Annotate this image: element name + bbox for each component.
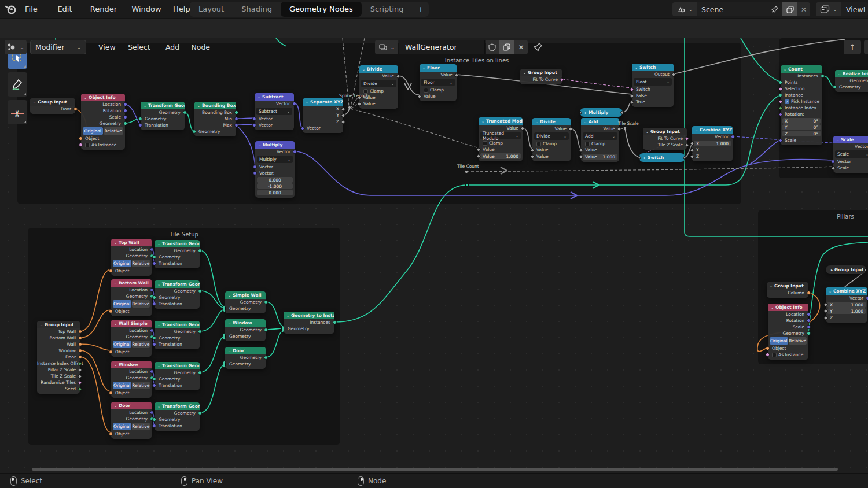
node-div-1[interactable]: ⌄DivideValueDivide⌄ClampValueValue (359, 65, 398, 109)
toggle-relative[interactable]: Relative (104, 127, 124, 135)
input-socket[interactable] (833, 85, 837, 89)
node-header[interactable]: ⌄Bounding Box (194, 102, 236, 109)
toggle-original[interactable]: Original (113, 423, 131, 430)
output-socket[interactable] (821, 74, 825, 78)
node-row-pick-instance[interactable]: ✓Pick Instance (781, 98, 822, 105)
node-row-float[interactable]: Float⌄ (634, 78, 672, 86)
node-gi-pill-p[interactable]: ▸Group Input (826, 265, 866, 274)
output-socket[interactable] (73, 107, 78, 111)
output-socket[interactable] (78, 342, 82, 346)
view-layer-name-field[interactable]: ViewL (841, 2, 868, 16)
node-add-m[interactable]: ⌄AddValueAdd⌄ClampValueValue1.000 (581, 118, 619, 162)
node-tree-unlink-button[interactable]: ✕ (514, 40, 528, 54)
node-header[interactable]: ⌄Group Input (767, 282, 808, 290)
output-socket[interactable] (198, 249, 202, 253)
output-socket[interactable] (620, 110, 623, 114)
output-socket[interactable] (293, 150, 297, 154)
editor-menu-view[interactable]: View (93, 38, 122, 57)
pin-icon[interactable] (771, 5, 779, 13)
checkbox[interactable]: ✓ (785, 99, 789, 104)
workspace-tab-layout[interactable]: Layout (190, 2, 233, 17)
node-join-window[interactable]: ⌄WindowGeometryGeometry (225, 319, 266, 341)
node-oi-doortile[interactable]: ⌄DoorLocationGeometryOriginalRelativeObj… (111, 402, 152, 439)
checkbox[interactable] (772, 353, 777, 357)
workspace-tab-geometry-nodes[interactable]: Geometry Nodes (281, 2, 362, 17)
output-socket[interactable] (123, 102, 127, 106)
input-socket[interactable] (223, 333, 226, 340)
scene-copy-button[interactable] (782, 2, 797, 16)
editor-type-button[interactable]: ⌄ (5, 40, 27, 54)
checkbox[interactable] (424, 88, 428, 93)
input-socket[interactable] (109, 391, 113, 395)
input-socket[interactable] (639, 155, 641, 160)
output-socket[interactable] (292, 102, 296, 106)
output-socket[interactable] (264, 328, 268, 332)
input-socket[interactable] (253, 171, 257, 175)
node-header[interactable]: ⌄Transform Geometry (155, 362, 200, 369)
toggle-relative[interactable]: Relative (132, 341, 150, 348)
node-div-2[interactable]: ⌄DivideValueDivide⌄ClampValueValue (532, 118, 571, 161)
horizontal-scrollbar[interactable] (32, 468, 838, 471)
node-gi-fit[interactable]: ⌄Group InputFit To Curve (520, 69, 562, 84)
input-socket[interactable] (281, 326, 284, 332)
node-count[interactable]: ⌄CountInstancesPointsSelectionInstance✓P… (781, 65, 822, 145)
output-socket[interactable] (864, 267, 866, 272)
menu-render[interactable]: Render (84, 0, 123, 19)
output-socket[interactable] (150, 328, 154, 332)
input-socket[interactable] (223, 361, 226, 368)
node-header[interactable]: ⌄Separate XYZ (303, 98, 343, 106)
output-socket[interactable] (198, 411, 202, 415)
workspace-tab-scripting[interactable]: Scripting (362, 2, 413, 17)
node-header[interactable]: ⌄Top Wall (111, 239, 152, 246)
node-header[interactable]: ⌄Multiply (255, 141, 295, 149)
workspace-tab-shading[interactable]: Shading (233, 2, 281, 17)
input-socket[interactable] (109, 350, 113, 354)
output-socket[interactable] (333, 320, 337, 324)
output-socket[interactable] (198, 330, 202, 334)
input-socket[interactable] (831, 160, 835, 164)
node-gi-door[interactable]: ⌄Group InputDoor (30, 98, 75, 114)
node-oi-top[interactable]: ⌄Top WallLocationGeometryOriginalRelativ… (111, 239, 152, 276)
output-socket[interactable] (123, 115, 127, 119)
node-row-y[interactable]: Y0° (782, 124, 821, 130)
node-row-clamp[interactable]: Clamp (420, 87, 457, 93)
input-socket[interactable] (766, 346, 770, 350)
node-row-value[interactable]: 0.000 (257, 190, 293, 195)
toggle-relative[interactable]: Relative (132, 423, 150, 430)
node-row-clamp[interactable]: Clamp (532, 141, 571, 147)
toggle-relative[interactable]: Relative (789, 337, 807, 345)
node-row-y[interactable]: Y1.000 (827, 308, 866, 314)
node-header[interactable]: ⌄Group Input (30, 98, 75, 106)
output-socket[interactable] (807, 312, 811, 316)
output-socket[interactable] (150, 288, 154, 292)
node-row-z[interactable]: Z0° (782, 131, 821, 136)
node-sep-xyz[interactable]: ⌄Separate XYZXYZVector (303, 98, 343, 133)
output-socket[interactable] (807, 291, 811, 295)
output-socket[interactable] (183, 110, 187, 114)
toggle-relative[interactable]: Relative (132, 382, 150, 389)
input-socket[interactable] (109, 432, 113, 436)
node-tg-5[interactable]: ⌄Transform GeometryGeometryGeometryTrans… (155, 402, 200, 431)
node-realize[interactable]: ⌄Realize InstancesGeometryGeometry (835, 70, 868, 92)
node-header[interactable]: ⌄Transform Geometry (155, 402, 200, 410)
annotate-tool[interactable] (8, 72, 27, 97)
node-header[interactable]: ⌄Add (581, 118, 619, 125)
node-row-value[interactable]: Value1.000 (583, 154, 617, 160)
input-socket[interactable] (152, 342, 156, 346)
input-socket[interactable] (152, 255, 156, 259)
parent-tree-button[interactable]: ↑ (844, 40, 861, 54)
node-header[interactable]: ⌄Divide (532, 118, 571, 125)
node-header[interactable]: ⌄Truncated Modulo (479, 117, 523, 125)
node-join-simple[interactable]: ⌄Simple WallGeometryGeometry (225, 291, 266, 313)
context-mode-dropdown[interactable]: Modifier ⌄ (30, 40, 86, 54)
scene-browse-button[interactable]: ⌄ (672, 2, 697, 16)
node-switch-pill[interactable]: ▸Switch (639, 153, 685, 162)
output-socket[interactable] (683, 155, 685, 160)
node-mul-vec[interactable]: ⌄MultiplyVectorMultiply⌄VectorVector:0.0… (255, 141, 295, 198)
input-socket[interactable] (223, 305, 226, 312)
fake-user-button[interactable] (486, 40, 499, 54)
input-socket[interactable] (152, 417, 156, 422)
node-row-clamp[interactable]: Clamp (479, 140, 523, 146)
node-tree-browse-button[interactable]: ⌄ (375, 40, 398, 54)
node-row-as-instance[interactable]: As Instance (768, 352, 808, 358)
